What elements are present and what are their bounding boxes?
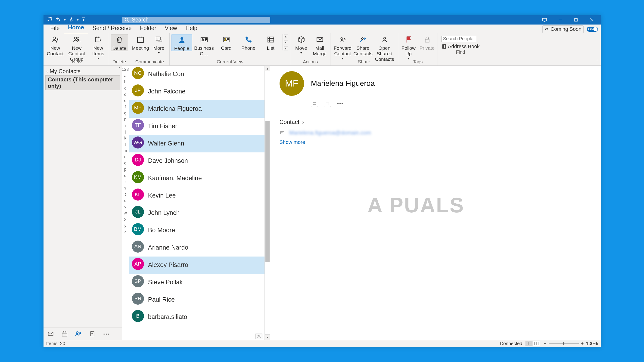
alpha-t[interactable]: t: [125, 192, 126, 197]
nav-folder-contacts[interactable]: Contacts (This computer only): [45, 75, 120, 90]
nav-collapse-icon[interactable]: ‹: [119, 65, 120, 69]
alpha-r[interactable]: r: [125, 179, 126, 184]
alpha-i[interactable]: i: [125, 123, 126, 128]
alpha-y[interactable]: y: [124, 223, 126, 228]
chat-action-icon[interactable]: [311, 101, 318, 107]
contact-row[interactable]: ANArianne Nardo: [129, 239, 264, 257]
more-communicate-button[interactable]: More▾: [150, 34, 168, 55]
zoom-in-icon[interactable]: +: [581, 341, 584, 346]
nav-more-icon[interactable]: ⋯: [103, 330, 110, 337]
alpha-index[interactable]: 123abcdefghijklmnopqrstuvwxyz: [122, 66, 129, 340]
alpha-x[interactable]: x: [124, 217, 126, 222]
contact-row[interactable]: BMBo Moore: [129, 222, 264, 239]
contact-row[interactable]: NCNathalie Con: [129, 66, 264, 83]
maximize-button[interactable]: [571, 16, 581, 23]
alpha-e[interactable]: e: [124, 98, 126, 103]
sync-icon[interactable]: [47, 17, 52, 23]
contact-row[interactable]: DJDave Johnson: [129, 152, 264, 170]
tab-file[interactable]: File: [46, 23, 64, 33]
contact-row[interactable]: WGWalter Glenn: [129, 135, 264, 152]
follow-up-button[interactable]: Follow Up▾: [400, 34, 417, 60]
undo-icon[interactable]: [56, 17, 61, 23]
close-button[interactable]: [586, 16, 597, 23]
view-phone-button[interactable]: Phone: [238, 34, 259, 51]
alpha-u[interactable]: u: [124, 198, 126, 203]
zoom-slider[interactable]: [549, 343, 579, 344]
tab-view[interactable]: View: [160, 23, 182, 33]
coming-soon-button[interactable]: Coming Soon: [542, 25, 583, 33]
alpha-v[interactable]: v: [124, 204, 126, 209]
coming-soon-toggle[interactable]: On: [587, 26, 598, 32]
move-button[interactable]: Move▾: [293, 34, 310, 55]
display-options-icon[interactable]: [539, 16, 550, 23]
alpha-c[interactable]: c: [124, 86, 126, 91]
alpha-h[interactable]: h: [124, 117, 126, 122]
alpha-s[interactable]: s: [124, 186, 126, 191]
list-scrollbar[interactable]: ▴ ▾: [264, 66, 270, 340]
alpha-m[interactable]: m: [124, 148, 127, 153]
meeting-button[interactable]: Meeting: [132, 34, 149, 51]
alpha-p[interactable]: p: [124, 167, 126, 172]
tab-home[interactable]: Home: [64, 23, 88, 33]
alpha-w[interactable]: w: [124, 211, 127, 216]
view-normal-icon[interactable]: [526, 341, 532, 346]
more-actions-icon[interactable]: •••: [337, 101, 344, 107]
alpha-d[interactable]: d: [124, 92, 126, 97]
zoom-out-icon[interactable]: −: [544, 341, 546, 346]
nav-calendar-icon[interactable]: [61, 330, 68, 337]
view-reading-icon[interactable]: [533, 341, 540, 346]
contact-row[interactable]: JLJohn Lynch: [129, 204, 264, 222]
view-people-button[interactable]: People: [172, 34, 192, 51]
view-gallery-scroll[interactable]: ▴▾▾: [282, 34, 288, 50]
open-shared-contacts-button[interactable]: Open Shared Contacts: [373, 34, 396, 62]
scroll-thumb[interactable]: [266, 121, 270, 262]
contact-row[interactable]: APAlexey Pisarro: [129, 257, 264, 274]
scroll-down-icon[interactable]: ▾: [265, 335, 270, 340]
alpha-g[interactable]: g: [124, 111, 126, 116]
alpha-b[interactable]: b: [124, 80, 126, 84]
nav-root-my-contacts[interactable]: ⌄ My Contacts: [45, 68, 120, 74]
linked-contacts-icon[interactable]: [256, 334, 262, 339]
show-more-link[interactable]: Show more: [280, 139, 305, 145]
mail-merge-button[interactable]: Mail Merge: [311, 34, 328, 56]
share-contacts-button[interactable]: Share Contacts: [354, 34, 372, 56]
private-button[interactable]: Private: [418, 34, 436, 51]
alpha-j[interactable]: j: [125, 129, 126, 134]
touch-icon[interactable]: [69, 17, 74, 23]
contact-row[interactable]: KMKaufman, Madeline: [129, 170, 264, 187]
alpha-123[interactable]: 123: [122, 67, 129, 72]
tab-send-receive[interactable]: Send / Receive: [88, 23, 136, 33]
contact-row[interactable]: KLKevin Lee: [129, 187, 264, 204]
alpha-f[interactable]: f: [125, 104, 126, 109]
qat-customize-icon[interactable]: ▾: [82, 17, 85, 22]
contact-row[interactable]: JFJohn Falcone: [129, 83, 264, 100]
alpha-z[interactable]: z: [124, 229, 126, 234]
view-business-card-button[interactable]: Business C…: [194, 34, 214, 56]
alpha-q[interactable]: q: [124, 173, 126, 178]
alpha-a[interactable]: a: [124, 73, 126, 78]
alpha-o[interactable]: o: [124, 161, 126, 166]
contact-row[interactable]: PRPaul Rice: [129, 291, 264, 309]
ribbon-collapse-icon[interactable]: ˆ: [596, 59, 598, 64]
view-list-button[interactable]: List: [260, 34, 281, 51]
delete-button[interactable]: Delete: [111, 34, 128, 51]
contact-row[interactable]: SPSteve Pollak: [129, 274, 264, 291]
view-card-button[interactable]: Card: [216, 34, 237, 51]
nav-mail-icon[interactable]: [47, 330, 54, 337]
undo-dropdown-icon[interactable]: ▾: [64, 17, 66, 22]
contact-section-header[interactable]: Contact ›: [280, 119, 592, 125]
new-contact-group-button[interactable]: New Contact Group: [65, 34, 88, 62]
nav-tasks-icon[interactable]: [89, 330, 96, 337]
nav-people-icon[interactable]: [75, 330, 82, 337]
forward-contact-button[interactable]: Forward Contact▾: [332, 34, 353, 60]
touch-dropdown-icon[interactable]: ▾: [77, 17, 79, 22]
contact-row[interactable]: MFMarielena Figueroa: [129, 100, 264, 118]
contact-row[interactable]: TFTim Fisher: [129, 118, 264, 135]
tab-help[interactable]: Help: [181, 23, 201, 33]
minimize-button[interactable]: [555, 16, 566, 23]
contact-row[interactable]: Bbarbara.siliato: [129, 309, 264, 326]
contact-email[interactable]: Marielena.figueroa@domain.com: [289, 129, 371, 136]
scroll-up-icon[interactable]: ▴: [265, 66, 270, 71]
new-items-button[interactable]: New Items▾: [90, 34, 107, 60]
global-search[interactable]: [122, 17, 270, 23]
